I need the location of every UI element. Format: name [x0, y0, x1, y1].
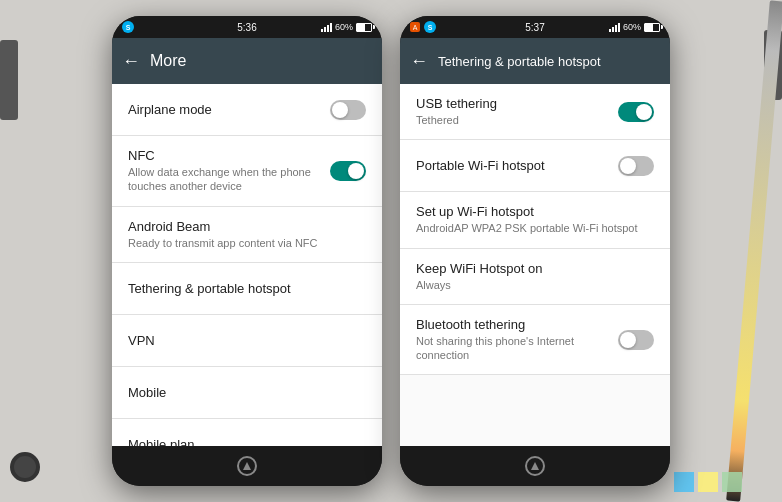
settings-item-title-usb-tethering: USB tethering — [416, 96, 610, 111]
status-icons-right: A S — [410, 21, 436, 33]
sticky-note-blue — [674, 472, 694, 492]
status-bar-right: A S 5:37 60% — [400, 16, 670, 38]
status-time-left: 5:36 — [237, 22, 256, 33]
app-bar-left: ← More — [112, 38, 382, 84]
battery-percent-right: 60% — [623, 22, 641, 32]
status-icons-left: S — [122, 21, 134, 33]
settings-item-text-usb-tethering: USB tethering Tethered — [416, 96, 610, 127]
nav-home-icon-right — [531, 462, 539, 470]
battery-fill-left — [357, 24, 365, 31]
settings-item-nfc[interactable]: NFC Allow data exchange when the phone t… — [112, 136, 382, 207]
settings-list-right: USB tethering Tethered Portable Wi-Fi ho… — [400, 84, 670, 446]
settings-item-title-keep-wifi: Keep WiFi Hotspot on — [416, 261, 654, 276]
phone-left: S 5:36 60% ← More — [112, 16, 382, 486]
settings-item-text-bluetooth-tethering: Bluetooth tethering Not sharing this pho… — [416, 317, 610, 363]
nav-home-button-left[interactable] — [237, 456, 257, 476]
settings-item-title-vpn: VPN — [128, 333, 366, 348]
settings-item-mobile[interactable]: Mobile — [112, 367, 382, 419]
signal-bar-r4 — [618, 23, 620, 32]
settings-item-text-keep-wifi: Keep WiFi Hotspot on Always — [416, 261, 654, 292]
settings-item-subtitle-nfc: Allow data exchange when the phone touch… — [128, 165, 322, 194]
settings-item-title-bluetooth-tethering: Bluetooth tethering — [416, 317, 610, 332]
nav-home-icon-left — [243, 462, 251, 470]
screen-content-left: Airplane mode NFC Allow data exchange wh… — [112, 84, 382, 446]
nav-bar-left — [112, 446, 382, 486]
toggle-airplane[interactable] — [330, 100, 366, 120]
settings-list-left: Airplane mode NFC Allow data exchange wh… — [112, 84, 382, 446]
settings-item-title-nfc: NFC — [128, 148, 322, 163]
toggle-thumb-bluetooth-tethering — [620, 332, 636, 348]
settings-item-subtitle-android-beam: Ready to transmit app content via NFC — [128, 236, 366, 250]
settings-item-setup-wifi[interactable]: Set up Wi-Fi hotspot AndroidAP WPA2 PSK … — [400, 192, 670, 248]
toggle-thumb-nfc — [348, 163, 364, 179]
settings-item-text-mobile: Mobile — [128, 385, 366, 400]
settings-item-text-mobile-plan: Mobile plan — [128, 437, 366, 446]
status-right-right: 60% — [609, 22, 660, 32]
signal-bars-left — [321, 22, 332, 32]
skype-icon: S — [122, 21, 134, 33]
battery-icon-right — [644, 23, 660, 32]
settings-item-subtitle-usb-tethering: Tethered — [416, 113, 610, 127]
app-bar-title-right: Tethering & portable hotspot — [438, 54, 601, 69]
settings-item-title-wifi-hotspot: Portable Wi-Fi hotspot — [416, 158, 610, 173]
nav-home-button-right[interactable] — [525, 456, 545, 476]
toggle-nfc[interactable] — [330, 161, 366, 181]
screen-content-right: USB tethering Tethered Portable Wi-Fi ho… — [400, 84, 670, 446]
settings-item-wifi-hotspot[interactable]: Portable Wi-Fi hotspot — [400, 140, 670, 192]
sticky-notes — [674, 472, 742, 492]
app-bar-right: ← Tethering & portable hotspot — [400, 38, 670, 84]
settings-item-usb-tethering[interactable]: USB tethering Tethered — [400, 84, 670, 140]
settings-item-text-android-beam: Android Beam Ready to transmit app conte… — [128, 219, 366, 250]
settings-item-title-setup-wifi: Set up Wi-Fi hotspot — [416, 204, 654, 219]
signal-bar-1 — [321, 29, 323, 32]
settings-item-title-mobile-plan: Mobile plan — [128, 437, 366, 446]
nav-bar-right — [400, 446, 670, 486]
settings-item-title-android-beam: Android Beam — [128, 219, 366, 234]
toggle-wifi-hotspot[interactable] — [618, 156, 654, 176]
app-bar-title-left: More — [150, 52, 186, 70]
settings-item-subtitle-setup-wifi: AndroidAP WPA2 PSK portable Wi-Fi hotspo… — [416, 221, 654, 235]
settings-item-mobile-plan[interactable]: Mobile plan — [112, 419, 382, 446]
back-button-right[interactable]: ← — [410, 51, 428, 72]
settings-item-subtitle-keep-wifi: Always — [416, 278, 654, 292]
status-time-right: 5:37 — [525, 22, 544, 33]
toggle-usb-tethering[interactable] — [618, 102, 654, 122]
binder-clip-left — [0, 40, 18, 120]
battery-percent-left: 60% — [335, 22, 353, 32]
status-bar-left: S 5:36 60% — [112, 16, 382, 38]
battery-icon-left — [356, 23, 372, 32]
settings-item-text-wifi-hotspot: Portable Wi-Fi hotspot — [416, 158, 610, 173]
toggle-thumb-usb-tethering — [636, 104, 652, 120]
toggle-bluetooth-tethering[interactable] — [618, 330, 654, 350]
settings-item-text-nfc: NFC Allow data exchange when the phone t… — [128, 148, 322, 194]
settings-item-text-vpn: VPN — [128, 333, 366, 348]
settings-item-vpn[interactable]: VPN — [112, 315, 382, 367]
signal-bar-4 — [330, 23, 332, 32]
back-button-left[interactable]: ← — [122, 51, 140, 72]
settings-item-title-tethering: Tethering & portable hotspot — [128, 281, 366, 296]
settings-item-text-setup-wifi: Set up Wi-Fi hotspot AndroidAP WPA2 PSK … — [416, 204, 654, 235]
skype-icon-right: S — [424, 21, 436, 33]
settings-item-bluetooth-tethering[interactable]: Bluetooth tethering Not sharing this pho… — [400, 305, 670, 376]
toggle-thumb-wifi-hotspot — [620, 158, 636, 174]
settings-item-text-airplane: Airplane mode — [128, 102, 322, 117]
battery-fill-right — [645, 24, 653, 31]
settings-item-keep-wifi[interactable]: Keep WiFi Hotspot on Always — [400, 249, 670, 305]
settings-item-title-airplane: Airplane mode — [128, 102, 322, 117]
settings-item-text-tethering: Tethering & portable hotspot — [128, 281, 366, 296]
phone-right: A S 5:37 60% ← Tethering & portable ho — [400, 16, 670, 486]
settings-item-subtitle-bluetooth-tethering: Not sharing this phone's Internet connec… — [416, 334, 610, 363]
signal-bar-2 — [324, 27, 326, 32]
signal-bar-r3 — [615, 25, 617, 32]
toggle-thumb-airplane — [332, 102, 348, 118]
signal-bar-3 — [327, 25, 329, 32]
sticky-note-green — [722, 472, 742, 492]
settings-item-tethering[interactable]: Tethering & portable hotspot — [112, 263, 382, 315]
settings-item-airplane[interactable]: Airplane mode — [112, 84, 382, 136]
settings-item-android-beam[interactable]: Android Beam Ready to transmit app conte… — [112, 207, 382, 263]
sticky-note-yellow — [698, 472, 718, 492]
signal-bars-right — [609, 22, 620, 32]
status-right-left: 60% — [321, 22, 372, 32]
android-icon: A — [410, 22, 420, 32]
settings-item-title-mobile: Mobile — [128, 385, 366, 400]
